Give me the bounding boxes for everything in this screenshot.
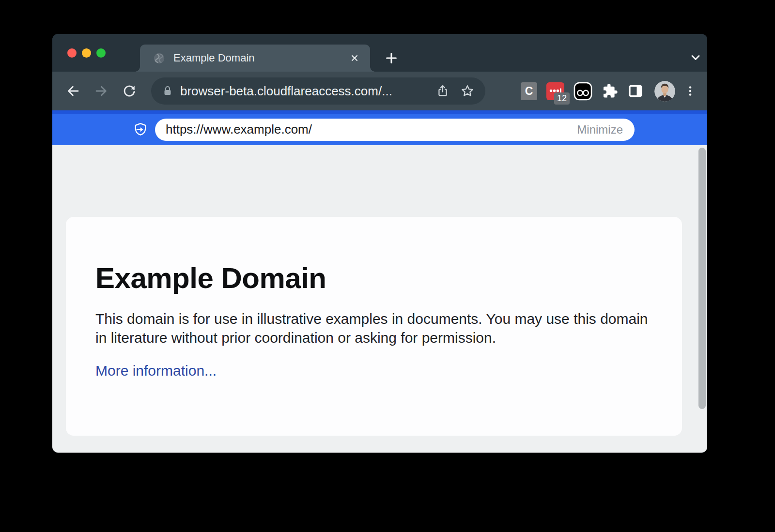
tab-search-button[interactable] [687,50,704,65]
chevron-down-icon [689,51,702,64]
minimize-button[interactable]: Minimize [570,123,630,137]
forward-arrow-icon [94,84,108,98]
extension-circles-button[interactable] [574,82,592,101]
side-panel-button[interactable] [627,83,644,99]
remote-browser-bar: Minimize [52,110,707,145]
address-url-text: browser-beta.cloudflareaccess.com/... [180,84,425,99]
browser-menu-button[interactable] [683,80,698,102]
scrollbar-thumb[interactable] [698,148,706,409]
page-paragraph: This domain is for use in illustrative e… [95,309,653,347]
puzzle-icon [602,83,618,99]
plus-icon [384,51,399,65]
star-icon [460,84,475,98]
lock-icon [162,85,173,97]
share-icon [436,84,450,98]
globe-favicon-icon [153,52,166,65]
back-button[interactable] [62,80,84,102]
new-tab-button[interactable] [379,46,403,70]
page-viewport: Example Domain This domain is for use in… [52,145,707,453]
browser-toolbar: browser-beta.cloudflareaccess.com/... C [52,72,707,110]
tab-strip: Example Domain [52,34,707,72]
browser-window: Example Domain [52,34,707,453]
reload-button[interactable] [118,80,140,102]
close-icon [349,53,360,63]
remote-url-input[interactable] [166,122,570,137]
browser-tab[interactable]: Example Domain [140,45,370,72]
back-arrow-icon [66,84,80,98]
extension-badge: 12 [554,92,570,105]
extension-c-button[interactable]: C [521,82,537,100]
profile-avatar[interactable] [654,81,675,102]
extension-c-label: C [525,85,533,98]
bookmark-star-button[interactable] [460,84,475,98]
window-close-button[interactable] [67,48,77,58]
forward-button[interactable] [90,80,112,102]
two-circles-icon [574,82,592,101]
extensions-area: C 12 [512,80,698,102]
content-card: Example Domain This domain is for use in… [66,217,682,436]
address-bar[interactable]: browser-beta.cloudflareaccess.com/... [151,77,485,105]
reload-icon [122,84,137,98]
avatar-photo [654,81,675,102]
window-minimize-button[interactable] [82,48,91,58]
more-information-link[interactable]: More information... [95,363,217,379]
remote-url-pill: Minimize [155,119,635,141]
tab-title: Example Domain [173,52,347,64]
traffic-lights [67,48,106,58]
side-panel-icon [627,83,644,99]
share-button[interactable] [436,84,450,98]
shield-arrow-icon [133,122,148,137]
page-heading: Example Domain [95,261,653,295]
kebab-menu-icon [684,85,697,97]
extension-password-button[interactable]: 12 [546,82,564,100]
tab-close-button[interactable] [347,50,362,66]
extensions-menu-button[interactable] [602,83,618,99]
window-zoom-button[interactable] [96,48,106,58]
